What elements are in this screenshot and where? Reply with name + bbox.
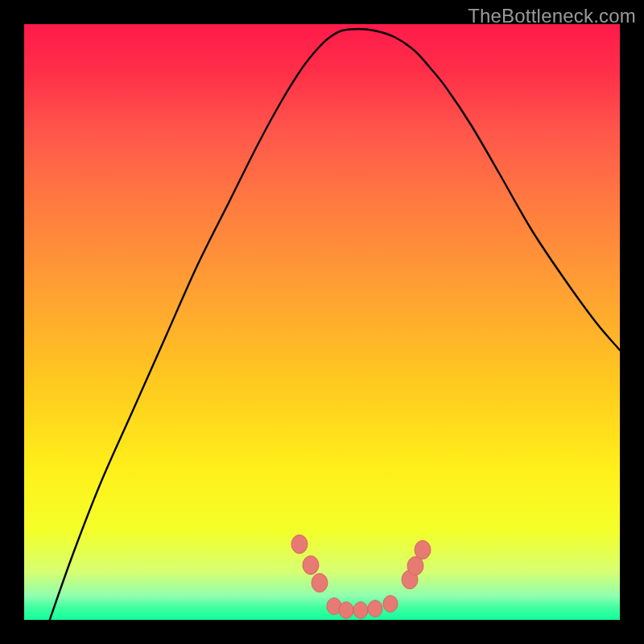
chart-svg <box>24 24 620 620</box>
bottleneck-curve <box>48 29 620 620</box>
watermark-text: TheBottleneck.com <box>468 5 636 27</box>
marker-floor-5 <box>383 596 398 613</box>
marker-floor-3 <box>353 602 368 619</box>
marker-left-upper <box>291 535 308 554</box>
marker-right-upper <box>415 541 431 559</box>
marker-left-mid <box>303 556 319 575</box>
plot-area <box>24 24 620 620</box>
marker-right-mid <box>407 557 423 576</box>
marker-floor-2 <box>339 602 353 619</box>
marker-floor-4 <box>368 601 382 617</box>
marker-group <box>291 535 431 619</box>
marker-left-lower <box>312 574 328 592</box>
